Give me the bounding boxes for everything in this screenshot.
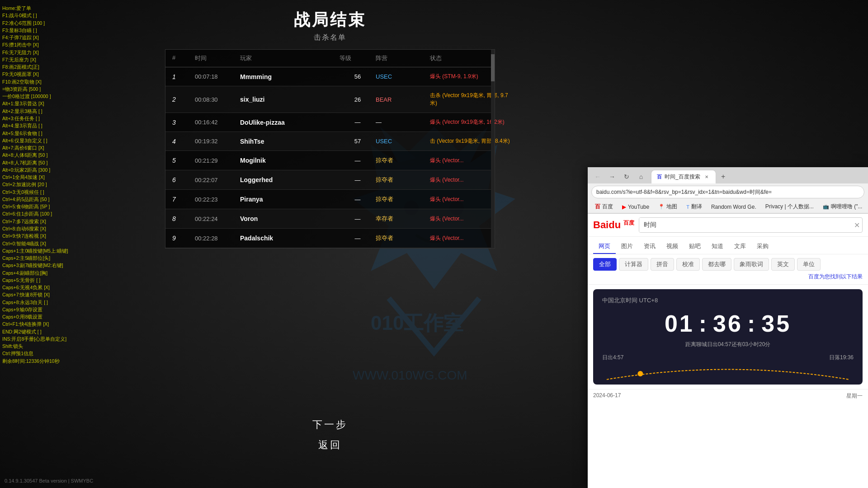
back-button[interactable]: 返回 bbox=[318, 438, 342, 452]
new-tab-button[interactable]: + bbox=[717, 170, 730, 183]
browser-forward-button[interactable]: → bbox=[606, 170, 618, 183]
sidebar-item-ins[interactable]: INS:开启8手册[心思单自定义] bbox=[2, 335, 88, 343]
address-input[interactable] bbox=[591, 186, 864, 198]
sidebar-item-alt8a[interactable]: Alt+8:人体6距离 [50 ] bbox=[2, 151, 88, 159]
baidu-subtab-pinyin[interactable]: 拼音 bbox=[651, 258, 674, 271]
row-time: 00:22:23 bbox=[195, 196, 240, 203]
baidu-search-clear[interactable]: ✕ bbox=[851, 220, 862, 230]
sidebar-item-f4[interactable]: F4:子弹7追踪 [X] bbox=[2, 34, 88, 41]
sidebar-item-ctrl0[interactable]: Ctrl+0:智能4瞄战 [X] bbox=[2, 240, 88, 247]
baidu-logo-text2: du bbox=[609, 219, 621, 230]
browser-nav-buttons: ← → ↻ ⌂ bbox=[591, 170, 647, 183]
sidebar-item-ctrl9[interactable]: Ctrl+9:快7连检视 [X] bbox=[2, 232, 88, 239]
baidu-tab-zhidao[interactable]: 知道 bbox=[706, 239, 729, 254]
sidebar-item-alt7[interactable]: Alt+7:高价6窗口 [X] bbox=[2, 144, 88, 151]
sidebar-item-f9[interactable]: F9:无0视面罩 [X] bbox=[2, 70, 88, 78]
baidu-subtab-english[interactable]: 英文 bbox=[771, 258, 795, 271]
sidebar-item-caps3[interactable]: Caps+3:副7瞄按键[M2:右键] bbox=[2, 262, 88, 269]
filter-results-link[interactable]: 百度为您找到以下结果 bbox=[808, 273, 863, 281]
scroll-indicator[interactable] bbox=[491, 50, 495, 248]
sidebar-item-ctrl2[interactable]: Ctrl+2:加速比例 [20 ] bbox=[2, 181, 88, 188]
sidebar-item-alt5[interactable]: Alt+5:显6示食物 [ ] bbox=[2, 130, 88, 137]
sidebar-item-alt1[interactable]: Alt+1:显3示普达 [X] bbox=[2, 100, 88, 107]
sidebar-item-ctrl1[interactable]: Ctrl+1全局4加速 [X] bbox=[2, 174, 88, 181]
sidebar-item-caps1[interactable]: Caps+1:主0瞄按键[M5上:瞄键] bbox=[2, 247, 88, 254]
row-status: 爆头 (Vector... bbox=[430, 196, 511, 203]
scroll-thumb[interactable] bbox=[491, 54, 495, 81]
baidu-tab-images[interactable]: 图片 bbox=[616, 239, 638, 254]
sidebar-item-caps8[interactable]: Caps+8:永远3自天 [ ] bbox=[2, 299, 88, 306]
bookmark-youtube[interactable]: ▶ YouTube bbox=[618, 203, 653, 211]
baidu-tab-caigou[interactable]: 采购 bbox=[751, 239, 774, 254]
sidebar-item-price[interactable]: 一价0格过渡 [100000 ] bbox=[2, 93, 88, 100]
sidebar-item-home[interactable]: Home:爱了单 bbox=[2, 5, 88, 12]
sidebar-item-alt3[interactable]: Alt+3:任务任务 [ ] bbox=[2, 115, 88, 122]
baidu-subtab-calculator[interactable]: 计算器 bbox=[619, 258, 648, 271]
sidebar-item-f7[interactable]: F7:无后座力 [X] bbox=[2, 56, 88, 63]
sidebar-item-caps4[interactable]: Caps+4:副瞄部位[胸] bbox=[2, 269, 88, 277]
baidu-tab-webpage[interactable]: 网页 bbox=[593, 239, 616, 254]
next-button[interactable]: 下一步 bbox=[312, 418, 348, 432]
baidu-subtab-duquna[interactable]: 都去哪 bbox=[702, 258, 731, 271]
browser-home-button[interactable]: ⌂ bbox=[635, 170, 647, 183]
browser-tabbar: ← → ↻ ⌂ 百 时间_百度搜索 ✕ + bbox=[588, 167, 868, 183]
row-time: 00:16:42 bbox=[195, 119, 240, 126]
browser-tab-active[interactable]: 百 时间_百度搜索 ✕ bbox=[651, 170, 716, 183]
row-player: Loggerhed bbox=[240, 176, 340, 183]
sidebar-item-end[interactable]: END:网2键模式 [ ] bbox=[2, 328, 88, 335]
sidebar-item-f3[interactable]: F3:显标3自瞄 [ ] bbox=[2, 27, 88, 34]
baidu-search-box[interactable]: ✕ bbox=[639, 217, 863, 233]
baidu-tab-news[interactable]: 资讯 bbox=[638, 239, 661, 254]
baidu-nav-tabs: 网页 图片 资讯 视频 贴吧 知道 文库 采购 bbox=[588, 237, 868, 254]
sidebar-item-alt8b[interactable]: Alt+8:人7机距离 [50 ] bbox=[2, 159, 88, 166]
baidu-tab-video[interactable]: 视频 bbox=[661, 239, 684, 254]
baidu-subtab-unit[interactable]: 单位 bbox=[797, 258, 821, 271]
time-subtext: 距离聊城日出04:57还有03小时20分 bbox=[602, 341, 854, 348]
sidebar-item-f10[interactable]: F10:画2空取物 [X] bbox=[2, 78, 88, 85]
sidebar-item-ctrl6[interactable]: Ctrl+6:住1步距高 [100 ] bbox=[2, 210, 88, 217]
sidebar-item-caps7[interactable]: Caps+7:快速8开锁 [X] bbox=[2, 291, 88, 298]
baidu-subtab-all[interactable]: 全部 bbox=[593, 258, 617, 271]
bookmark-bilibili[interactable]: 📺 啊哩哩噜 ("... bbox=[819, 202, 866, 211]
sidebar-item-alt0[interactable]: Alt+0:玩家2距高 [300 ] bbox=[2, 166, 88, 174]
sidebar-item-shift[interactable]: Shift:锁头 bbox=[2, 343, 88, 350]
sidebar-item-f8[interactable]: F8:画2面模式[正] bbox=[2, 63, 88, 70]
sidebar-item-ctrl4[interactable]: Ctrl+4:药5品距高 [50 ] bbox=[2, 196, 88, 203]
baidu-tab-tieba[interactable]: 贴吧 bbox=[684, 239, 706, 254]
sidebar-item-ctrlf1[interactable]: Ctrl+F1:快4连换弹 [X] bbox=[2, 320, 88, 328]
sidebar-item-eq[interactable]: =物3资距高 [500 ] bbox=[2, 85, 88, 93]
row-faction: BEAR bbox=[376, 96, 430, 103]
sidebar-item-f2[interactable]: F2:准心6范围 [100 ] bbox=[2, 19, 88, 27]
time-colon-2: : bbox=[747, 310, 757, 337]
sidebar-item-caps6[interactable]: Caps+6:无视4负累 [X] bbox=[2, 284, 88, 291]
sidebar-item-ctrl8[interactable]: Ctrl+8:自动6搜索 [X] bbox=[2, 225, 88, 232]
baidu-tab-wenku[interactable]: 文库 bbox=[729, 239, 751, 254]
bookmark-randomword[interactable]: Random Word Ge. bbox=[708, 203, 760, 211]
bookmark-translate[interactable]: T 翻译 bbox=[683, 202, 706, 211]
browser-back-button[interactable]: ← bbox=[591, 170, 604, 183]
sidebar-item-ctrl[interactable]: Ctrl:押预1信息 bbox=[2, 350, 88, 357]
sidebar-item-caps9[interactable]: Caps+9:输0存设置 bbox=[2, 306, 88, 313]
baidu-search-input[interactable] bbox=[639, 218, 851, 232]
browser-refresh-button[interactable]: ↻ bbox=[620, 170, 633, 183]
sidebar-item-caps0[interactable]: Caps+0:用8载设置 bbox=[2, 313, 88, 320]
sidebar-item-alt4[interactable]: Alt+4:显3示育品 [ ] bbox=[2, 122, 88, 129]
browser-addressbar[interactable] bbox=[588, 183, 868, 201]
bookmark-map[interactable]: 📍 地图 bbox=[655, 202, 681, 211]
baidu-subtab-jiazhun[interactable]: 校准 bbox=[676, 258, 700, 271]
tab-close-button[interactable]: ✕ bbox=[703, 174, 710, 181]
sidebar-item-f1[interactable]: F1:战斗0模式 [ ] bbox=[2, 12, 88, 19]
sidebar-item-caps2[interactable]: Caps+2:主5瞄部位[头] bbox=[2, 254, 88, 262]
baidu-subtab-xiangyu[interactable]: 象雨歌词 bbox=[734, 258, 769, 271]
bookmark-privacy[interactable]: Privacy | 个人数据... bbox=[762, 202, 817, 211]
sidebar-item-ctrl7[interactable]: Ctrl+7:多7远搜索 [X] bbox=[2, 218, 88, 225]
sidebar-item-ctrl5[interactable]: Ctrl+5:食6物距高 [5P ] bbox=[2, 203, 88, 210]
sidebar-item-ctrl3[interactable]: Ctrl+3:无0视候任 [ ] bbox=[2, 188, 88, 196]
bookmark-baidu[interactable]: 百 百度 bbox=[591, 202, 617, 211]
sidebar-item-f6[interactable]: F6:无7无阻力 [X] bbox=[2, 49, 88, 56]
sidebar-item-caps5[interactable]: Caps+5:无骨折 [ ] bbox=[2, 277, 88, 284]
browser-overlay[interactable]: ← → ↻ ⌂ 百 时间_百度搜索 ✕ + 百 百度 ▶ YouT bbox=[588, 167, 868, 488]
sidebar-item-f5[interactable]: F5:攒1闭击中 [X] bbox=[2, 41, 88, 48]
sidebar-item-alt2[interactable]: Alt+2:显示3格高 [ ] bbox=[2, 108, 88, 115]
sidebar-item-alt6[interactable]: Alt+6:仅显3自定义 [ ] bbox=[2, 137, 88, 144]
